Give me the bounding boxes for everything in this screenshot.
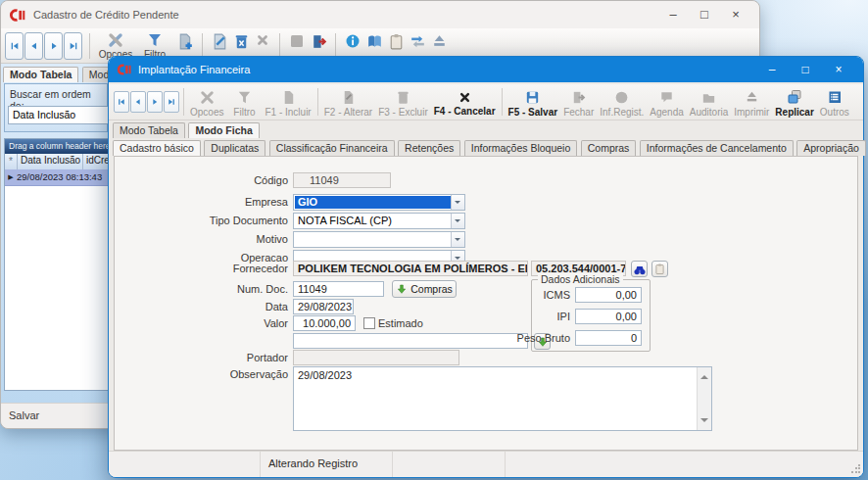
front-window-controls: – □ × <box>755 58 855 81</box>
filter-funnel-icon <box>146 31 164 49</box>
fornecedor-paste-button[interactable] <box>651 261 668 277</box>
tab-retencoes[interactable]: Retenções <box>398 140 460 156</box>
tab-cadastro-basico[interactable]: Cadastro básico <box>113 140 201 156</box>
records-grid: Drag a column header here to g * Data In… <box>4 138 113 391</box>
nav-last-button[interactable] <box>164 91 179 113</box>
num-doc-field[interactable]: 11049 <box>293 281 384 297</box>
tab-informacoes-cancelamento[interactable]: Informações de Cancelamento <box>640 140 794 156</box>
tipo-documento-combo[interactable]: NOTA FISCAL (CP) <box>293 213 465 229</box>
toolbar-button-f1-incluir[interactable]: F1 - Incluir <box>262 87 313 118</box>
peso-bruto-field[interactable]: 0 <box>575 330 642 346</box>
binoculars-icon <box>633 263 647 276</box>
back-nav-first-button[interactable] <box>5 32 24 60</box>
add-page-icon <box>280 89 297 106</box>
toolbar-button-agenda[interactable]: Agenda <box>647 87 686 118</box>
toolbar-separator <box>317 88 318 116</box>
tipo-documento-label: Tipo Documento <box>193 214 288 228</box>
fornecedor-field: POLIKEM TECNOLOGIA EM POLÍMEROS - EIRELI <box>293 261 528 276</box>
data-field[interactable]: 29/08/2023 <box>293 299 354 314</box>
app-logo-icon <box>117 64 131 75</box>
toolbar-button-inf-regist[interactable]: Inf.Regist. <box>597 87 647 118</box>
save-floppy-icon <box>524 89 541 106</box>
toolbar-button-imprimir[interactable]: Imprimir <box>731 87 772 118</box>
edit-pencil-icon <box>211 32 229 51</box>
grid-groupby-bar[interactable]: Drag a column header here to g <box>5 139 112 154</box>
valor-field[interactable]: 10.000,00 <box>293 315 356 331</box>
front-tab-modo-ficha[interactable]: Modo Ficha <box>188 122 259 138</box>
tab-informacoes-bloqueio[interactable]: Informações Bloqueio <box>464 140 578 156</box>
peso-bruto-label: Peso Bruto <box>506 331 570 346</box>
trash-icon <box>395 89 411 106</box>
tab-apropriacao[interactable]: Apropriação <box>796 140 866 156</box>
list-icon <box>826 88 844 106</box>
search-order-field[interactable]: Data Inclusão <box>8 106 109 124</box>
icms-field[interactable]: 0,00 <box>575 287 642 303</box>
front-titlebar[interactable]: Implantação Financeira – □ × <box>109 57 863 82</box>
desktop: Cadastro de Crédito Pendente – □ × Opcoe… <box>0 0 868 480</box>
status-cell-3 <box>393 452 506 477</box>
grid-indicator-header: * <box>5 154 18 169</box>
back-window-controls: – □ × <box>657 2 751 27</box>
nav-first-button[interactable] <box>114 91 129 113</box>
empresa-combo[interactable]: GIO <box>293 194 465 211</box>
motivo-combo[interactable] <box>293 231 465 248</box>
scroll-down-icon[interactable] <box>700 418 708 426</box>
chevron-down-icon[interactable] <box>451 195 464 210</box>
toolbar-button-f4-cancelar[interactable]: F4 - Cancelar <box>431 88 499 117</box>
chevron-down-icon[interactable] <box>451 232 464 247</box>
front-minimize-button[interactable]: – <box>755 58 789 81</box>
back-tab-modo-tabela[interactable]: Modo Tabela <box>3 67 78 82</box>
data-label: Data <box>200 300 288 314</box>
chevron-down-icon[interactable] <box>451 214 464 228</box>
back-close-button[interactable]: × <box>720 2 751 27</box>
front-close-button[interactable]: × <box>822 58 855 81</box>
toolbar-button-f3-excluir[interactable]: F3 - Excluir <box>375 87 431 118</box>
green-arrow-down-icon <box>396 283 408 295</box>
tab-compras[interactable]: Compras <box>581 140 637 156</box>
scroll-up-icon[interactable] <box>700 371 708 379</box>
back-nav-last-button[interactable] <box>64 32 82 60</box>
grid-cell-data-inclusao: 29/08/2023 08:13:43 <box>17 169 112 185</box>
motivo-label: Motivo <box>200 232 288 247</box>
back-nav-prev-button[interactable] <box>24 32 43 60</box>
back-minimize-button[interactable]: – <box>657 2 689 27</box>
edit-page-icon <box>340 89 357 106</box>
valor-label: Valor <box>200 316 288 331</box>
toolbar-button-auditoria[interactable]: Auditoria <box>687 87 731 118</box>
back-nav-next-button[interactable] <box>44 32 63 60</box>
ipi-field[interactable]: 0,00 <box>575 309 642 324</box>
num-doc-label: Num. Doc. <box>200 282 288 297</box>
toolbar-button-outros[interactable]: Outros <box>817 86 852 118</box>
toolbar-button-fechar[interactable]: Fechar <box>560 87 597 118</box>
toolbar-button-opcoes[interactable]: Opcoes <box>187 87 226 118</box>
back-left-panel: Modo Tabela Modo Ficha Buscar em ordem d… <box>1 64 112 403</box>
nav-next-button[interactable] <box>147 91 163 113</box>
grid-selected-row[interactable]: ▶ 29/08/2023 08:13:43 <box>5 169 112 186</box>
toolbar-button-f2-alterar[interactable]: F2 - Alterar <box>321 87 375 118</box>
tab-duplicatas[interactable]: Duplicatas <box>204 140 265 156</box>
lookup-field[interactable] <box>293 333 528 349</box>
codigo-label: Código <box>200 173 288 188</box>
observacao-scrollbar[interactable] <box>697 367 711 430</box>
fornecedor-search-button[interactable] <box>631 261 648 277</box>
nav-prev-button[interactable] <box>130 91 146 113</box>
toolbar-separator <box>502 88 503 116</box>
upload-icon <box>430 32 449 51</box>
grid-col-data-inclusao[interactable]: Data Inclusão <box>18 154 83 169</box>
resize-grip[interactable] <box>850 464 860 474</box>
front-maximize-button[interactable]: □ <box>789 58 822 81</box>
observacao-textarea[interactable]: 29/08/2023 <box>293 366 712 431</box>
back-titlebar[interactable]: Cadastro de Crédito Pendente – □ × <box>1 1 759 28</box>
search-order-panel: Buscar em ordem de: Data Inclusão <box>4 83 108 132</box>
back-maximize-button[interactable]: □ <box>689 2 720 27</box>
back-status-text: Salvar <box>9 409 39 421</box>
speech-bubble-icon <box>658 89 675 106</box>
tab-classificacao-financeira[interactable]: Classificação Financeira <box>269 140 395 156</box>
estimado-checkbox[interactable] <box>363 317 375 329</box>
toolbar-button-replicar[interactable]: Replicar <box>772 86 816 118</box>
compras-button[interactable]: Compras <box>392 280 457 298</box>
toolbar-button-filtro[interactable]: Filtro <box>226 87 262 118</box>
status-cell-mode: Alterando Registro <box>261 452 393 477</box>
front-tab-modo-tabela[interactable]: Modo Tabela <box>113 122 185 138</box>
toolbar-button-f5-salvar[interactable]: F5 - Salvar <box>506 87 561 118</box>
